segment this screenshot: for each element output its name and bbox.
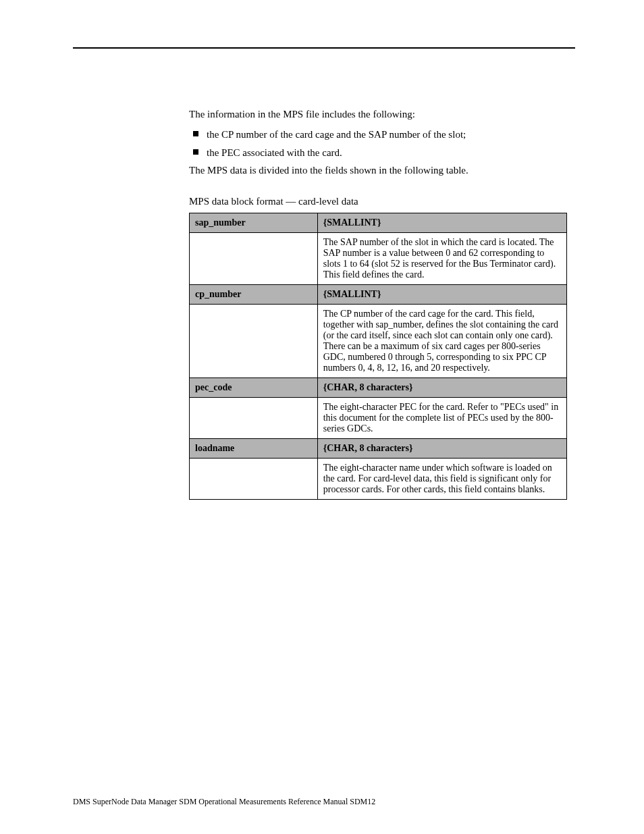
- table-group-header: pec_code{CHAR, 8 characters}: [190, 378, 567, 398]
- bullet-square-icon: [193, 131, 198, 136]
- main-content: The information in the MPS file includes…: [189, 108, 567, 500]
- table-block: MPS data block format — card-level data …: [189, 196, 567, 500]
- list-item-text: the CP number of the card cage and the S…: [207, 129, 466, 140]
- table-row: The CP number of the card cage for the c…: [190, 305, 567, 378]
- mps-data-table: sap_number{SMALLINT}The SAP number of th…: [189, 213, 567, 500]
- cell-variable: [190, 459, 318, 500]
- intro-text: The information in the MPS file includes…: [189, 108, 567, 121]
- bullet-square-icon: [193, 149, 198, 155]
- group-header-declaration: {SMALLINT}: [317, 213, 566, 233]
- table-row: The SAP number of the slot in which the …: [190, 233, 567, 285]
- group-header-variable: cp_number: [190, 285, 318, 305]
- after-list-text: The MPS data is divided into the fields …: [189, 164, 567, 178]
- table-caption: MPS data block format — card-level data: [189, 196, 567, 207]
- cell-description: The eight-character name under which sof…: [317, 459, 566, 500]
- bullet-list: the CP number of the card cage and the S…: [189, 128, 567, 160]
- cell-description: The SAP number of the slot in which the …: [317, 233, 566, 285]
- group-header-variable: loadname: [190, 439, 318, 459]
- group-header-variable: sap_number: [190, 213, 318, 233]
- cell-variable: [190, 305, 318, 378]
- group-header-declaration: {CHAR, 8 characters}: [317, 378, 566, 398]
- table-row: The eight-character name under which sof…: [190, 459, 567, 500]
- top-horizontal-rule: [73, 47, 575, 49]
- group-header-declaration: {SMALLINT}: [317, 285, 566, 305]
- cell-variable: [190, 233, 318, 285]
- table-group-header: loadname{CHAR, 8 characters}: [190, 439, 567, 459]
- cell-variable: [190, 398, 318, 439]
- cell-description: The eight-character PEC for the card. Re…: [317, 398, 566, 439]
- list-item: the PEC associated with the card.: [189, 146, 567, 160]
- table-group-header: sap_number{SMALLINT}: [190, 213, 567, 233]
- list-item: the CP number of the card cage and the S…: [189, 128, 567, 142]
- table-group-header: cp_number{SMALLINT}: [190, 285, 567, 305]
- table-row: The eight-character PEC for the card. Re…: [190, 398, 567, 439]
- footer-left: DMS SuperNode Data Manager SDM Operation…: [73, 797, 375, 807]
- group-header-variable: pec_code: [190, 378, 318, 398]
- page-footer: DMS SuperNode Data Manager SDM Operation…: [73, 797, 575, 807]
- group-header-declaration: {CHAR, 8 characters}: [317, 439, 566, 459]
- list-item-text: the PEC associated with the card.: [207, 147, 342, 158]
- cell-description: The CP number of the card cage for the c…: [317, 305, 566, 378]
